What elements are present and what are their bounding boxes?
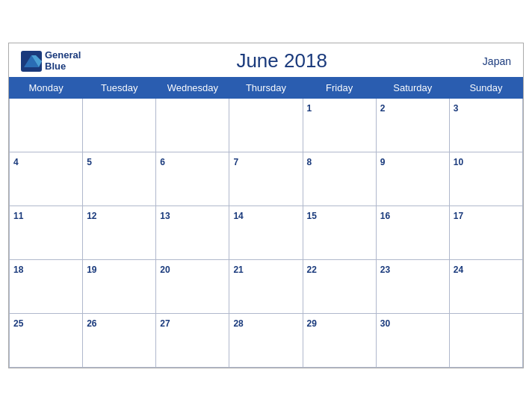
country-label: Japan [483,55,511,67]
calendar-cell: 6 [156,152,229,206]
day-number: 20 [160,265,170,275]
calendar-cell: 29 [303,314,376,368]
calendar-cell: 23 [376,260,449,314]
calendar-cell [83,99,156,152]
calendar-cell: 22 [303,260,376,314]
weekday-header-row: Monday Tuesday Wednesday Thursday Friday… [10,78,523,99]
day-number: 24 [454,265,463,275]
header-tuesday: Tuesday [83,78,156,99]
day-number: 5 [87,157,92,167]
calendar-cell [10,99,83,152]
logo-area: General Blue [21,50,81,72]
calendar-cell: 16 [376,206,449,260]
calendar-cell: 30 [376,314,449,368]
day-number: 22 [307,265,317,275]
day-number: 6 [160,157,165,167]
calendar-cell: 25 [10,314,83,368]
day-number: 3 [454,103,459,114]
month-title: June 2018 [236,49,327,72]
calendar-cell: 11 [10,206,83,260]
header-monday: Monday [10,78,83,99]
calendar-cell: 20 [156,260,229,314]
day-number: 14 [233,211,243,221]
calendar-cell: 24 [449,260,522,314]
calendar-header: General Blue June 2018 Japan [9,43,523,77]
calendar-week-row-1: 123 [10,99,523,152]
day-number: 28 [233,318,243,329]
calendar-week-row-2: 45678910 [10,152,523,206]
calendar-cell [229,99,303,152]
day-number: 9 [380,157,386,167]
calendar-cell: 17 [449,206,522,260]
calendar-cell: 18 [10,260,83,314]
day-number: 13 [160,211,170,221]
day-number: 21 [233,265,243,275]
header-sunday: Sunday [449,78,522,99]
calendar-cell [156,99,229,152]
logo-line1: General [45,50,81,61]
day-number: 17 [454,211,463,221]
calendar-table: Monday Tuesday Wednesday Thursday Friday… [9,77,523,368]
calendar-cell: 8 [303,152,376,206]
day-number: 8 [307,157,312,167]
day-number: 16 [380,211,390,221]
calendar-cell: 13 [156,206,229,260]
calendar-cell: 9 [376,152,449,206]
day-number: 2 [380,103,386,114]
day-number: 11 [13,211,23,221]
calendar-week-row-5: 252627282930 [10,314,523,368]
calendar-cell [449,314,522,368]
calendar-cell: 1 [303,99,376,152]
calendar-cell: 7 [229,152,303,206]
day-number: 19 [87,265,96,275]
day-number: 30 [380,318,390,329]
logo-text: General Blue [45,50,81,72]
header-wednesday: Wednesday [156,78,229,99]
calendar-cell: 5 [83,152,156,206]
calendar-cell: 14 [229,206,303,260]
calendar-cell: 15 [303,206,376,260]
calendar-cell: 19 [83,260,156,314]
day-number: 29 [307,318,317,329]
calendar-container: General Blue June 2018 Japan Monday Tues… [8,43,524,368]
calendar-body: 1234567891011121314151617181920212223242… [10,99,523,368]
calendar-cell: 28 [229,314,303,368]
day-number: 25 [13,318,23,329]
day-number: 10 [454,157,463,167]
day-number: 15 [307,211,317,221]
day-number: 1 [307,103,312,114]
day-number: 4 [13,157,19,167]
header-thursday: Thursday [229,78,303,99]
calendar-cell: 27 [156,314,229,368]
calendar-cell: 21 [229,260,303,314]
day-number: 7 [233,157,238,167]
calendar-cell: 3 [449,99,522,152]
day-number: 27 [160,318,170,329]
calendar-week-row-4: 18192021222324 [10,260,523,314]
calendar-cell: 4 [10,152,83,206]
day-number: 12 [87,211,96,221]
day-number: 23 [380,265,390,275]
calendar-cell: 10 [449,152,522,206]
header-saturday: Saturday [376,78,449,99]
logo-icon [21,51,42,72]
day-number: 18 [13,265,23,275]
header-friday: Friday [303,78,376,99]
calendar-cell: 26 [83,314,156,368]
logo-line2: Blue [45,61,81,72]
calendar-cell: 12 [83,206,156,260]
day-number: 26 [87,318,96,329]
calendar-cell: 2 [376,99,449,152]
calendar-week-row-3: 11121314151617 [10,206,523,260]
